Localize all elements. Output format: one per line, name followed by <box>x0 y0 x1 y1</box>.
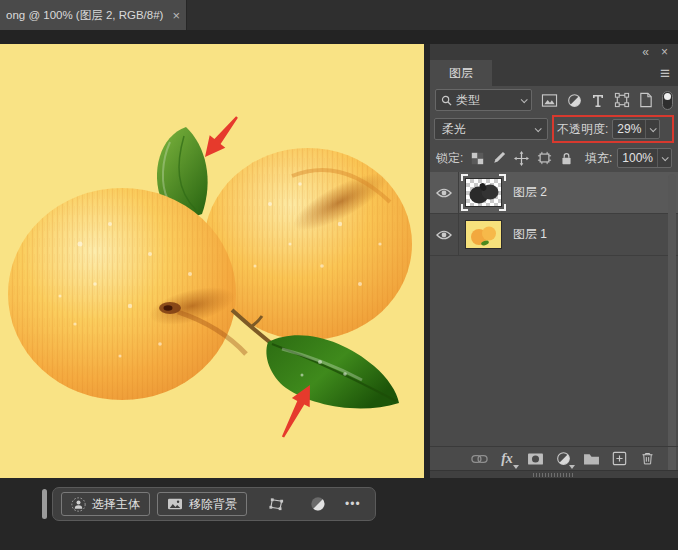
select-subject-icon <box>71 497 86 512</box>
bottom-area: 选择主体 移除背景 <box>0 478 678 550</box>
fill-value[interactable]: 100% <box>618 151 657 165</box>
close-panel-icon[interactable]: × <box>661 46 668 58</box>
panel-menu-icon[interactable]: ≡ <box>660 65 670 82</box>
document-tab-bar: ong @ 100% (图层 2, RGB/8#) * × <box>0 0 678 30</box>
selection-corner <box>461 204 468 211</box>
link-layers-button[interactable] <box>470 450 488 468</box>
lock-row: 锁定: 填充: 100% <box>430 144 678 172</box>
collapse-panel-icon[interactable]: « <box>642 46 649 58</box>
fill-field[interactable]: 100% <box>617 148 672 168</box>
blend-opacity-row: 柔光 不透明度: 29% <box>430 114 678 144</box>
opacity-value[interactable]: 29% <box>613 122 645 136</box>
smart-object-filter-icon[interactable] <box>639 92 653 108</box>
shape-layer-filter-icon[interactable] <box>614 92 630 108</box>
selection-corner <box>499 174 506 181</box>
layer-thumbnail[interactable] <box>465 178 502 207</box>
new-adjustment-layer-button[interactable] <box>554 450 572 468</box>
dropdown-triangle-icon <box>569 465 575 469</box>
filter-toggle[interactable] <box>662 91 673 110</box>
lock-image-pixels-icon[interactable] <box>492 151 506 165</box>
taskbar-drag-handle[interactable] <box>42 489 47 519</box>
lock-all-icon[interactable] <box>560 151 573 166</box>
transform-button[interactable] <box>261 496 291 512</box>
type-layer-filter-icon[interactable] <box>591 93 605 107</box>
chevron-down-icon <box>535 125 542 132</box>
contextual-task-bar: 选择主体 移除背景 <box>52 487 376 521</box>
document-tab[interactable]: ong @ 100% (图层 2, RGB/8#) * × <box>0 0 187 30</box>
remove-background-icon <box>167 497 183 511</box>
canvas[interactable] <box>0 44 424 478</box>
adjustments-button[interactable] <box>303 496 333 512</box>
select-subject-label: 选择主体 <box>92 496 140 513</box>
chevron-down-icon[interactable] <box>662 154 669 161</box>
layer-thumbnail[interactable] <box>465 220 502 249</box>
eye-icon <box>436 187 452 199</box>
visibility-toggle[interactable] <box>430 172 459 213</box>
tab-close-icon[interactable]: × <box>172 9 180 22</box>
layer-name[interactable]: 图层 2 <box>513 184 547 201</box>
lock-label: 锁定: <box>436 150 463 167</box>
layer-style-button[interactable]: fx <box>498 450 516 468</box>
panel-chrome: « × <box>430 44 678 60</box>
fill-label: 填充: <box>585 150 612 167</box>
blend-mode-dropdown[interactable]: 柔光 <box>434 118 548 140</box>
canvas-artwork <box>0 44 424 478</box>
pasteboard-strip <box>0 30 678 44</box>
filter-type-label: 类型 <box>456 92 480 109</box>
layer-filter-row: 类型 <box>430 86 678 114</box>
layers-tab[interactable]: 图层 <box>430 60 492 86</box>
visibility-toggle[interactable] <box>430 214 459 255</box>
layer-list: 图层 2 <box>430 172 678 256</box>
layer-row-2[interactable]: 图层 2 <box>430 172 678 214</box>
peaches-thumbnail-art <box>466 221 502 249</box>
lock-transparent-pixels-icon[interactable] <box>471 152 484 165</box>
panel-tab-row: 图层 ≡ <box>430 60 678 86</box>
transform-icon <box>268 496 285 512</box>
layer-name[interactable]: 图层 1 <box>513 226 547 243</box>
filter-toggle-knob <box>664 93 671 100</box>
panel-scrollbar[interactable] <box>668 174 676 488</box>
new-layer-button[interactable] <box>610 450 628 468</box>
add-layer-mask-button[interactable] <box>526 450 544 468</box>
grip-dots-icon <box>533 473 575 477</box>
lock-artboard-icon[interactable] <box>537 151 552 165</box>
layers-panel: « × 图层 ≡ 类型 <box>430 44 678 478</box>
dropdown-triangle-icon <box>513 465 519 469</box>
adjustment-layer-filter-icon[interactable] <box>567 93 582 108</box>
pixel-layer-filter-icon[interactable] <box>541 93 558 108</box>
more-options-button[interactable]: ••• <box>345 497 361 511</box>
opacity-annotation-box: 不透明度: 29% <box>552 115 674 143</box>
panel-resize-grip[interactable] <box>430 470 678 478</box>
selection-corner <box>461 174 468 181</box>
opacity-field[interactable]: 29% <box>612 119 660 139</box>
opacity-label: 不透明度: <box>557 121 608 138</box>
photoshop-window: ong @ 100% (图层 2, RGB/8#) * × <box>0 0 678 550</box>
remove-background-button[interactable]: 移除背景 <box>157 492 247 516</box>
eye-icon <box>436 229 452 241</box>
filter-type-dropdown[interactable]: 类型 <box>435 89 532 111</box>
delete-layer-button[interactable] <box>638 450 656 468</box>
chevron-down-icon[interactable] <box>650 125 657 132</box>
selection-corner <box>499 204 506 211</box>
layer-row-1[interactable]: 图层 1 <box>430 214 678 256</box>
adjustment-half-circle-icon <box>310 496 326 512</box>
document-tab-title: ong @ 100% (图层 2, RGB/8#) * <box>6 8 164 23</box>
chevron-down-icon <box>521 96 528 103</box>
new-group-button[interactable] <box>582 450 600 468</box>
remove-background-label: 移除背景 <box>189 496 237 513</box>
cutout-peaches-thumbnail-art <box>466 179 502 207</box>
select-subject-button[interactable]: 选择主体 <box>61 492 150 516</box>
blend-mode-value: 柔光 <box>442 121 466 138</box>
layers-panel-footer: fx <box>430 446 678 470</box>
search-icon <box>441 95 452 106</box>
lock-position-icon[interactable] <box>514 151 529 166</box>
